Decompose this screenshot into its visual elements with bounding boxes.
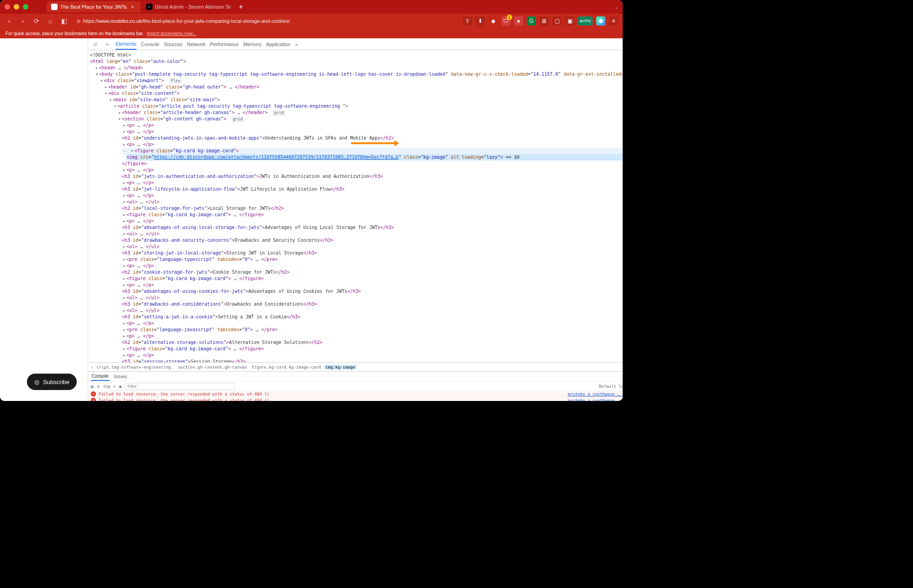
forward-button[interactable]: › (18, 16, 27, 26)
back-button[interactable]: ‹ (5, 16, 14, 26)
console-error-row[interactable]: × Failed to load resource: the server re… (88, 397, 623, 401)
extension-warp-icon[interactable]: ⬢ (596, 16, 605, 26)
devtools-tabs: Elements Console Sources Network Perform… (115, 39, 623, 50)
devtools-tab-performance[interactable]: Performance (210, 39, 239, 49)
vpn-indicator[interactable]: ● VPN (578, 16, 593, 26)
toolbar-right-icons: ⇪ ⬇ ◆ 🛡1 ● G ⊞ ▢ ▣ ● VPN ⬢ ≡ (463, 16, 618, 26)
import-bookmarks-link[interactable]: Import bookmarks now... (147, 31, 196, 36)
window-controls (5, 4, 28, 10)
close-window-button[interactable] (5, 4, 10, 10)
window-titlebar: ★ The Best Place for Your JWTs × ○ Ghost… (0, 0, 623, 14)
extension-ublock-icon[interactable]: 🛡1 (501, 16, 510, 26)
clear-console-icon[interactable]: ⊘ (97, 384, 99, 389)
new-tab-button[interactable]: + (236, 2, 246, 11)
tab-active[interactable]: ★ The Best Place for Your JWTs × (47, 1, 141, 12)
extensions-icon[interactable]: ⊞ (540, 16, 549, 26)
favicon-icon: ★ (51, 4, 58, 10)
extension-grammarly-icon[interactable]: G (527, 16, 536, 26)
subscribe-button[interactable]: ◎ Subscribe (27, 374, 77, 390)
close-tab-icon[interactable]: × (130, 4, 136, 10)
console-filter-input[interactable] (125, 383, 235, 390)
console-error-row[interactable]: × Failed to load resource: the server re… (88, 391, 623, 397)
content-row: applications. We'll delve into the secur… (0, 38, 623, 401)
share-icon[interactable]: ⇪ (463, 16, 472, 26)
inspect-element-icon[interactable]: ◰ (92, 41, 99, 48)
drawer-tab-console[interactable]: Console (91, 372, 110, 381)
console-drawer: Console Issues × ▤ ⊘ top ▾ ◉ Default lev… (88, 371, 623, 401)
devtools-tab-sources[interactable]: Sources (164, 39, 182, 49)
extension-badge: 1 (507, 15, 512, 20)
maximize-window-button[interactable] (23, 4, 28, 10)
web-page: applications. We'll delve into the secur… (0, 38, 88, 401)
devtools-tab-elements[interactable]: Elements (115, 39, 136, 50)
minimize-window-button[interactable] (14, 4, 19, 10)
devtools-tab-console[interactable]: Console (141, 39, 159, 49)
home-button[interactable]: ⌂ (46, 16, 55, 26)
address-bar[interactable]: ⊙ https://www.mrstebo.co.uk/the-best-pla… (73, 16, 458, 26)
error-icon: × (91, 391, 96, 396)
dom-tree[interactable]: <!DOCTYPE html> <html lang="en" class="a… (88, 50, 623, 362)
dom-breadcrumb[interactable]: ‹ cript.tag-software-engineering. sectio… (88, 362, 623, 371)
tab-inactive[interactable]: ○ Ghost Admin - Steven Atkinson Te (142, 1, 236, 12)
drawer-tab-issues[interactable]: Issues (113, 373, 128, 380)
devtools-tab-network[interactable]: Network (187, 39, 205, 49)
extension-shield-icon[interactable]: ◆ (488, 16, 498, 26)
extension-slot-icon[interactable]: ▣ (565, 16, 574, 26)
browser-toolbar: ‹ › ⟳ ⌂ ◧ ⊙ https://www.mrstebo.co.uk/th… (0, 14, 623, 28)
reload-button[interactable]: ⟳ (32, 16, 41, 26)
log-levels-dropdown[interactable]: Default levels ▾ (599, 384, 623, 389)
context-selector[interactable]: top ▾ (103, 384, 115, 389)
tab-title: Ghost Admin - Steven Atkinson Te (155, 4, 231, 10)
browser-window: ★ The Best Place for Your JWTs × ○ Ghost… (0, 0, 623, 401)
device-toolbar-icon[interactable]: ▭ (104, 41, 111, 48)
favicon-icon: ○ (146, 4, 152, 10)
sidebar-toggle-icon[interactable]: ▤ (91, 384, 93, 389)
bookmark-hint-text: For quick access, place your bookmarks h… (5, 31, 144, 36)
extension-icon[interactable]: ● (514, 16, 523, 26)
subscribe-icon: ◎ (34, 379, 39, 385)
devtools-top-bar: ◰ ▭ Elements Console Sources Network Per… (88, 38, 623, 50)
extension-slot-icon[interactable]: ▢ (552, 16, 561, 26)
bookmark-bar: For quick access, place your bookmarks h… (0, 28, 623, 38)
devtools-tab-memory[interactable]: Memory (243, 39, 262, 49)
error-icon: × (91, 398, 96, 401)
breadcrumb-prev-icon[interactable]: ‹ (91, 365, 93, 369)
selected-dom-node[interactable]: <img src="https://cdn.discordapp.com/att… (126, 154, 623, 161)
sidebar-button[interactable]: ◧ (59, 16, 68, 26)
download-icon[interactable]: ⬇ (476, 16, 485, 26)
devtools-tab-more-icon[interactable]: » (295, 39, 298, 49)
browser-tabs: ★ The Best Place for Your JWTs × ○ Ghost… (47, 1, 614, 12)
devtools-panel: ◰ ▭ Elements Console Sources Network Per… (88, 38, 623, 401)
subscribe-label: Subscribe (43, 379, 69, 385)
url-text: https://www.mrstebo.co.uk/the-best-place… (83, 18, 290, 24)
tab-title: The Best Place for Your JWTs (60, 4, 127, 10)
chevron-down-icon[interactable]: ⌄ (614, 5, 618, 10)
site-info-icon[interactable]: ⊙ (77, 19, 80, 24)
menu-icon[interactable]: ≡ (609, 16, 618, 26)
eye-icon[interactable]: ◉ (119, 384, 121, 389)
devtools-tab-application[interactable]: Application (266, 39, 291, 49)
